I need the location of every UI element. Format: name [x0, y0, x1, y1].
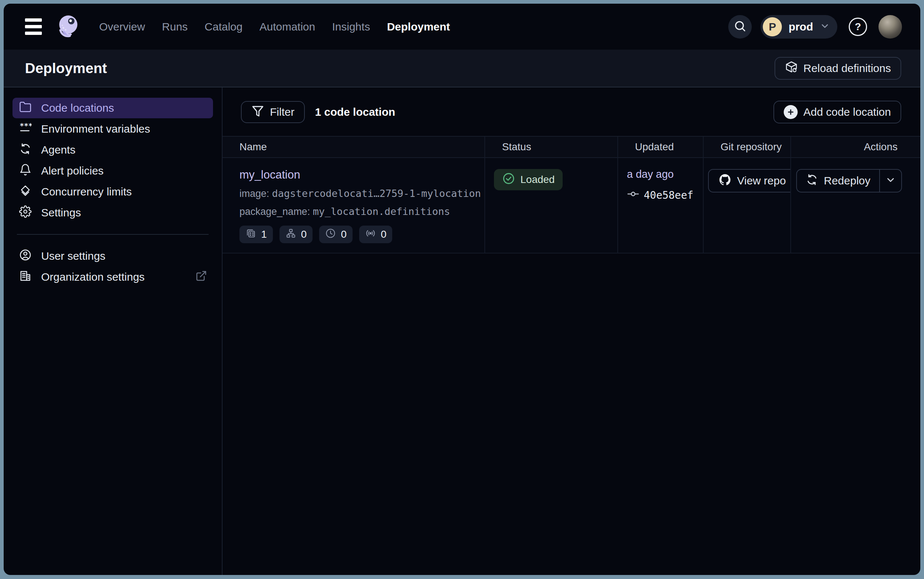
page-body: Code locations *** Environment variables — [4, 87, 920, 575]
reload-definitions-button[interactable]: Reload definitions — [775, 57, 901, 80]
code-location-count: 1 code location — [315, 106, 395, 118]
schedules-count-badge: 0 — [319, 226, 353, 243]
assets-count-badge: 1 — [240, 226, 273, 243]
deployment-sidebar: Code locations *** Environment variables — [4, 87, 222, 575]
sidebar-item-organization-settings[interactable]: Organization settings — [4, 267, 222, 287]
sidebar-divider — [17, 234, 209, 235]
code-location-link[interactable]: my_location — [240, 168, 300, 182]
layers-diamond-icon — [19, 185, 32, 200]
topbar-right-cluster: P prod ? — [728, 15, 902, 39]
sidebar-item-environment-variables[interactable]: *** Environment variables — [4, 119, 222, 139]
nav-catalog[interactable]: Catalog — [204, 21, 242, 33]
table-row-git-cell: View repo — [703, 158, 790, 254]
schedules-icon — [325, 228, 336, 241]
redeploy-split-button: Redeploy — [796, 169, 902, 193]
redeploy-refresh-icon — [806, 173, 818, 188]
code-locations-table: Name Status Updated Git repository Actio… — [222, 136, 920, 254]
github-icon — [718, 173, 731, 189]
reload-definitions-icon — [785, 60, 798, 76]
sidebar-item-agents[interactable]: Agents — [4, 140, 222, 160]
nav-automation[interactable]: Automation — [259, 21, 315, 33]
user-avatar[interactable] — [878, 15, 902, 39]
commit-row: 40e58eef — [627, 188, 703, 203]
filter-button[interactable]: Filter — [241, 101, 305, 123]
top-nav-bar: Overview Runs Catalog Automation Insight… — [4, 4, 920, 50]
bell-icon — [19, 164, 32, 178]
help-icon: ? — [849, 18, 867, 36]
column-header-actions: Actions — [790, 137, 920, 158]
help-button[interactable]: ? — [846, 15, 870, 39]
app-window: Overview Runs Catalog Automation Insight… — [4, 4, 920, 575]
add-code-location-button[interactable]: Add code location — [774, 101, 901, 123]
sidebar-item-code-locations[interactable]: Code locations — [13, 98, 213, 118]
column-header-updated: Updated — [617, 137, 703, 158]
dagster-octopus-logo[interactable] — [56, 14, 82, 40]
column-header-status: Status — [485, 137, 617, 158]
image-meta: image: dagstercodelocati…2759-1-mylocati… — [240, 188, 485, 200]
view-repo-button[interactable]: View repo — [708, 169, 790, 193]
table-row-actions-cell: Redeploy — [790, 158, 920, 254]
primary-nav: Overview Runs Catalog Automation Insight… — [99, 21, 450, 33]
deployment-switcher[interactable]: P prod — [761, 15, 837, 39]
table-row-name-cell: my_location image: dagstercodelocati…275… — [222, 158, 485, 254]
definition-count-badges: 1 0 — [240, 226, 485, 243]
funnel-icon — [251, 104, 264, 120]
prod-initial-avatar: P — [763, 17, 782, 36]
column-header-git-repository: Git repository — [703, 137, 790, 158]
chevron-down-icon — [885, 175, 896, 187]
page-title: Deployment — [25, 60, 107, 77]
prod-label: prod — [789, 21, 813, 33]
package-meta: package_name: my_location.definitions — [240, 206, 485, 218]
code-locations-toolbar: Filter 1 code location Add code location — [222, 87, 920, 123]
redeploy-dropdown-caret[interactable] — [879, 170, 901, 192]
external-link-icon — [195, 270, 207, 285]
agents-cycle-icon — [19, 142, 32, 158]
nav-overview[interactable]: Overview — [99, 21, 145, 33]
plus-circle-icon — [784, 105, 798, 119]
nav-runs[interactable]: Runs — [162, 21, 188, 33]
hamburger-menu-icon[interactable] — [25, 18, 42, 35]
main-content: Filter 1 code location Add code location… — [222, 87, 920, 575]
gear-icon — [19, 205, 32, 221]
updated-time-link[interactable]: a day ago — [627, 168, 674, 180]
sidebar-item-user-settings[interactable]: User settings — [4, 246, 222, 267]
column-header-name: Name — [222, 137, 485, 158]
env-vars-icon: *** — [19, 122, 32, 137]
nav-insights[interactable]: Insights — [332, 21, 370, 33]
chevron-down-icon — [820, 21, 830, 33]
sidebar-item-alert-policies[interactable]: Alert policies — [4, 160, 222, 181]
git-commit-icon — [627, 188, 639, 203]
building-icon — [19, 270, 32, 285]
table-row-status-cell: Loaded — [485, 158, 617, 254]
folder-icon — [19, 101, 32, 116]
sensors-count-badge: 0 — [359, 226, 393, 243]
search-icon — [733, 20, 747, 34]
nav-deployment[interactable]: Deployment — [387, 21, 450, 33]
jobs-count-badge: 0 — [279, 226, 313, 243]
sidebar-item-settings[interactable]: Settings — [4, 203, 222, 223]
jobs-icon — [286, 228, 296, 241]
check-circle-icon — [502, 172, 515, 188]
sensors-icon — [365, 228, 376, 241]
commit-hash: 40e58eef — [644, 189, 693, 201]
assets-icon — [245, 228, 256, 241]
user-circle-icon — [19, 249, 32, 264]
page-header: Deployment Reload definitions — [4, 50, 920, 87]
svg-text:***: *** — [20, 122, 32, 130]
redeploy-button[interactable]: Redeploy — [797, 170, 879, 192]
status-badge: Loaded — [494, 169, 563, 190]
search-button[interactable] — [728, 15, 752, 39]
sidebar-item-concurrency-limits[interactable]: Concurrency limits — [4, 182, 222, 202]
table-row-updated-cell: a day ago 40e58eef — [617, 158, 703, 254]
